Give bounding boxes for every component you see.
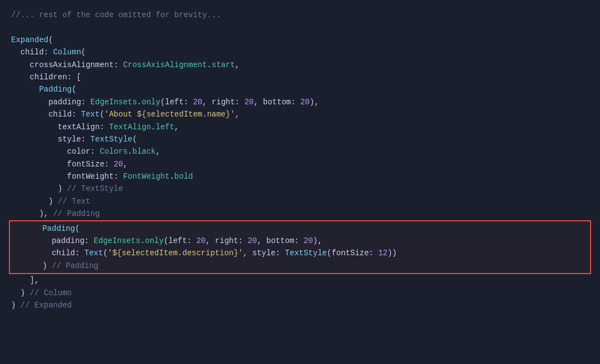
indent-token xyxy=(11,158,67,170)
code-line: ) // Expanded xyxy=(0,299,600,311)
class-token: only xyxy=(145,235,164,247)
comment-token: // Padding xyxy=(53,208,100,220)
colon-token: : xyxy=(238,235,248,247)
punct-token: ( xyxy=(327,247,331,259)
punct-token: , xyxy=(243,247,253,259)
class-token: black xyxy=(132,145,155,158)
string-token: 'About ${selectedItem.name}' xyxy=(104,108,235,120)
punct-token: , xyxy=(235,59,239,71)
indent-token xyxy=(11,108,48,120)
param-token: padding xyxy=(52,235,84,247)
colon-token: : xyxy=(114,59,123,71)
number-token: 20 xyxy=(114,158,123,170)
colon-token: : xyxy=(235,96,244,108)
colon-token: : xyxy=(100,121,109,133)
indent-token xyxy=(14,247,52,259)
widget-token: TextStyle xyxy=(90,133,133,145)
punct-token: ( xyxy=(72,83,76,95)
code-line: padding: EdgeInsets.only(left: 20, right… xyxy=(0,96,600,108)
comment-token: // Text xyxy=(58,195,90,208)
punct-token: , xyxy=(206,235,215,247)
indent-token xyxy=(11,195,48,208)
class-token: TextAlign xyxy=(109,121,151,133)
indent-token xyxy=(11,287,21,299)
indent-token xyxy=(11,170,67,183)
indent-token xyxy=(11,59,30,71)
widget-token: Column xyxy=(53,46,81,58)
colon-token: : xyxy=(294,235,304,247)
indent-token xyxy=(11,71,30,83)
indent-token xyxy=(11,133,58,145)
punct-token: ( xyxy=(48,34,53,46)
indent-token xyxy=(11,183,58,195)
punct-token: [ xyxy=(77,71,81,83)
punct-token: ) xyxy=(48,195,58,208)
indent-token xyxy=(14,260,42,272)
punct-token: . xyxy=(207,59,211,71)
class-token: only xyxy=(142,96,160,108)
param-token: left xyxy=(165,96,184,108)
punct-token: ( xyxy=(75,223,79,235)
code-line: ], xyxy=(0,274,600,286)
punct-token: ( xyxy=(160,96,165,108)
colon-token: : xyxy=(90,145,100,158)
widget-token: Padding xyxy=(42,223,75,235)
class-token: FontWeight xyxy=(123,170,170,183)
param-token: fontWeight xyxy=(67,170,114,183)
colon-token: : xyxy=(114,170,123,183)
code-line: child: Column( xyxy=(0,46,600,58)
indent-token xyxy=(11,145,67,158)
punct-token: , xyxy=(123,158,128,170)
param-token: right xyxy=(211,96,235,108)
number-token: 20 xyxy=(244,96,254,108)
code-line: Padding( xyxy=(12,223,588,235)
punct-token: . xyxy=(151,121,155,133)
param-token: bottom xyxy=(266,235,294,247)
widget-token: Text xyxy=(81,108,100,120)
comment-token: // Column xyxy=(30,287,72,299)
comment-token: // Padding xyxy=(52,260,98,272)
class-token: EdgeInsets xyxy=(90,96,137,108)
number-token: 12 xyxy=(378,247,387,259)
comment-token: // Expanded xyxy=(21,299,72,311)
code-line: child: Text('${selectedItem.description}… xyxy=(12,247,588,259)
colon-token: : xyxy=(81,96,90,108)
code-line: ) // Padding xyxy=(12,260,588,272)
code-line: child: Text('About ${selectedItem.name}'… xyxy=(0,108,600,120)
colon-token: : xyxy=(72,108,81,120)
punct-token: ) xyxy=(21,287,30,299)
colon-token: : xyxy=(67,71,77,83)
colon-token: : xyxy=(276,247,285,259)
class-token: left xyxy=(155,121,174,133)
punct-token: )) xyxy=(387,247,397,259)
number-token: 20 xyxy=(300,96,310,108)
code-line: textAlign: TextAlign.left, xyxy=(0,121,600,133)
comment-token: // TextStyle xyxy=(67,183,123,195)
param-token: style xyxy=(58,133,81,145)
punct-token: ), xyxy=(310,96,319,108)
colon-token: : xyxy=(104,158,114,170)
code-line: ) // Text xyxy=(0,195,600,208)
param-token: left xyxy=(168,235,187,247)
param-token: child xyxy=(21,46,44,58)
colon-token: : xyxy=(81,133,90,145)
code-line: style: TextStyle( xyxy=(0,133,600,145)
number-token: 20 xyxy=(193,96,203,108)
indent-token xyxy=(11,46,21,58)
code-line: fontWeight: FontWeight.bold xyxy=(0,170,600,183)
code-line: color: Colors.black, xyxy=(0,145,600,158)
code-line: ) // Column xyxy=(0,287,600,299)
indent-token xyxy=(14,223,42,235)
indent-token xyxy=(11,208,39,220)
colon-token: : xyxy=(184,96,193,108)
param-token: textAlign xyxy=(58,121,100,133)
punct-token: ( xyxy=(164,235,168,247)
highlighted-code-block: Padding( padding: EdgeInsets.only(left: … xyxy=(9,220,591,275)
colon-token: : xyxy=(75,247,84,259)
punct-token: , xyxy=(254,96,263,108)
indent-token xyxy=(11,96,48,108)
punct-token: ], xyxy=(30,274,39,286)
param-token: bottom xyxy=(263,96,291,108)
punct-token: ) xyxy=(11,299,21,311)
code-line: ), // Padding xyxy=(0,208,600,220)
